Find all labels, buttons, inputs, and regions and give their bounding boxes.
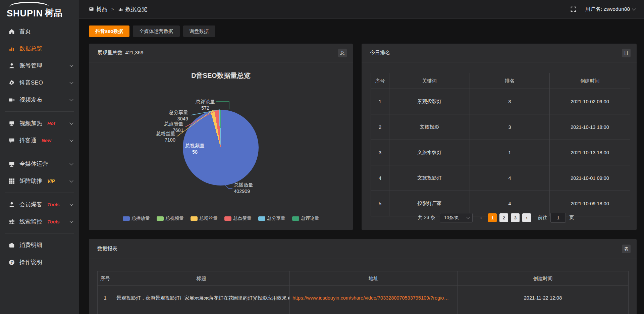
sliders-icon [9, 219, 15, 225]
app-root: SHUPIN 树品 首页 数据总览 账号管理 抖音SEO [0, 0, 644, 314]
sidebar-item-data-overview[interactable]: 数据总览 [0, 40, 79, 57]
table-header-row: 序号 关键词 排名 创建时间 [371, 73, 630, 89]
user-icon [9, 63, 15, 69]
logo-arc [9, 2, 49, 12]
legend-item-shares[interactable]: 总分享量 [258, 215, 285, 221]
sidebar-item-clue-monitor[interactable]: 线索监控 Tools [0, 213, 79, 230]
column-header-seq: 序号 [371, 73, 389, 89]
column-header-seq: 序号 [98, 271, 113, 286]
legend-swatch [191, 216, 198, 221]
table-row: 1 景观投影灯 3 2021-10-02 09:00 [371, 89, 630, 114]
legend-label: 总点赞量 [233, 215, 252, 221]
column-header-rank: 排名 [470, 73, 550, 89]
video-camera-icon [9, 97, 15, 103]
top-bar: 树品 > 数据总览 用户名: zswodun88 [79, 0, 644, 19]
cell-time: 2021-10-02 09:00 [550, 89, 630, 114]
sidebar-item-media-ops[interactable]: 全媒体运营 [0, 155, 79, 172]
ranking-title: 今日排名 [370, 50, 390, 56]
page-size-select[interactable]: 10条/页 [440, 213, 473, 222]
legend-item-plays[interactable]: 总播放量 [123, 215, 150, 221]
breadcrumb-label: 数据总览 [125, 6, 148, 13]
sidebar-item-label: 操作说明 [19, 258, 42, 266]
pagination: 共 23 条 10条/页 ‹ 1 2 3 › 前往 页 [418, 213, 574, 223]
pie-label-comments: 总评论量572 [189, 99, 222, 111]
sidebar-item-douketong[interactable]: 抖客通 New [0, 132, 79, 149]
cell-title: 景观投影灯，夜游景观投影灯厂家展示展示落花灯在花园里的灯光投影应用效果 # [113, 286, 290, 310]
page-button-2[interactable]: 2 [499, 213, 508, 222]
prev-page-button[interactable]: ‹ [477, 214, 485, 221]
sidebar-item-video-publish[interactable]: 视频发布 [0, 91, 79, 108]
sidebar-item-matrix-boost[interactable]: 矩阵助推 VIP [0, 172, 79, 190]
sidebar-divider [5, 111, 74, 112]
sidebar-item-douyin-seo[interactable]: 抖音SEO [0, 74, 79, 91]
overview-panel: 展现量总数: 421,369 总 D音SEO数据量总览 总评论量572 总分享量… [89, 44, 353, 230]
sidebar-divider [5, 233, 74, 233]
cell-rank: 4 [470, 165, 550, 191]
cell-rank: 3 [470, 89, 550, 114]
cell-seq: 2 [371, 114, 389, 140]
page-size-value: 10条/页 [444, 215, 459, 221]
chevron-down-icon [632, 7, 636, 10]
table-badge-button[interactable]: 表 [622, 245, 631, 253]
goto-page-input[interactable] [550, 213, 566, 223]
chevron-down-icon [69, 63, 73, 67]
breadcrumb-item-shupin[interactable]: 树品 [89, 6, 107, 13]
overview-panel-header: 展现量总数: 421,369 [89, 44, 353, 62]
pie-label-fans: 总粉丝量7100 [139, 130, 175, 143]
column-header-time: 创建时间 [550, 73, 630, 89]
sidebar-item-home[interactable]: 首页 [0, 23, 79, 40]
breadcrumb-label: 树品 [96, 6, 107, 13]
sidebar-item-account[interactable]: 账号管理 [0, 57, 79, 74]
sidebar-item-consumption[interactable]: 消费明细 [0, 237, 79, 254]
breadcrumb-item-data-overview[interactable]: 数据总览 [118, 6, 148, 13]
home-icon [9, 29, 15, 35]
column-header-keyword: 关键词 [389, 73, 470, 89]
legend-swatch [123, 216, 130, 221]
legend-item-videos[interactable]: 总视频量 [157, 215, 184, 221]
sidebar-item-member-baoke[interactable]: 会员爆客 Tools [0, 196, 79, 213]
fullscreen-icon[interactable] [571, 6, 576, 12]
table-header-row: 序号 标题 地址 创建时间 [98, 271, 629, 286]
column-header-title: 标题 [113, 271, 290, 286]
legend-label: 总粉丝量 [200, 215, 218, 221]
sidebar-item-video-heat[interactable]: 视频加热 Hot [0, 115, 79, 132]
chevron-down-icon [69, 121, 73, 124]
new-badge: New [42, 138, 51, 143]
goto-label: 前往 [538, 215, 547, 221]
sidebar-item-label: 账号管理 [19, 62, 42, 69]
chat-icon [9, 138, 15, 144]
sidebar-item-label: 视频发布 [19, 96, 42, 104]
legend-label: 总分享量 [267, 215, 285, 221]
user-menu[interactable]: 用户名: zswodun88 [585, 6, 635, 13]
pagination-total: 共 23 条 [418, 215, 435, 221]
next-page-button[interactable]: › [522, 213, 531, 222]
legend-item-fans[interactable]: 总粉丝量 [191, 215, 218, 221]
tab-douyin-seo-data[interactable]: 抖音seo数据 [89, 25, 129, 37]
pie-label-plays: 总播放量402909 [234, 182, 277, 195]
page-button-1[interactable]: 1 [488, 213, 497, 222]
sidebar-item-label: 线索监控 [19, 218, 42, 225]
cell-rank: 1 [470, 140, 550, 165]
sidebar-item-label: 全媒体运营 [19, 160, 48, 168]
total-badge-button[interactable]: 总 [338, 49, 347, 57]
gear-icon [9, 80, 15, 86]
overview-title: 展现量总数: 421,369 [97, 50, 144, 56]
tab-media-ops-data[interactable]: 全媒体运营数据 [133, 25, 180, 37]
table-row: 4 文旅投影灯 4 2021-10-01 09:00 [371, 165, 630, 191]
legend-item-comments[interactable]: 总评论量 [292, 215, 319, 221]
day-badge-button[interactable]: 日 [622, 49, 631, 57]
legend-item-likes[interactable]: 总点赞量 [224, 215, 252, 221]
sidebar-item-label: 消费明细 [19, 241, 42, 249]
chevron-down-icon [69, 80, 73, 84]
table-row: 3 文旅水纹灯 1 2021-10-13 18:00 [371, 140, 630, 165]
cell-url-link[interactable]: https://www.iesdouyin.com/share/video/70… [290, 286, 458, 310]
chevron-down-icon [467, 216, 470, 219]
sidebar-item-instructions[interactable]: ? 操作说明 [0, 254, 79, 271]
ranking-table: 序号 关键词 排名 创建时间 1 景观投影灯 3 2021-10-02 09:0… [371, 73, 630, 216]
tab-inquiry-data[interactable]: 询盘数据 [183, 25, 215, 37]
cell-keyword: 景观投影灯 [389, 89, 470, 114]
chevron-down-icon [69, 178, 73, 182]
legend-swatch [292, 216, 299, 221]
page-button-3[interactable]: 3 [511, 213, 520, 222]
tools-badge: Tools [47, 202, 60, 207]
